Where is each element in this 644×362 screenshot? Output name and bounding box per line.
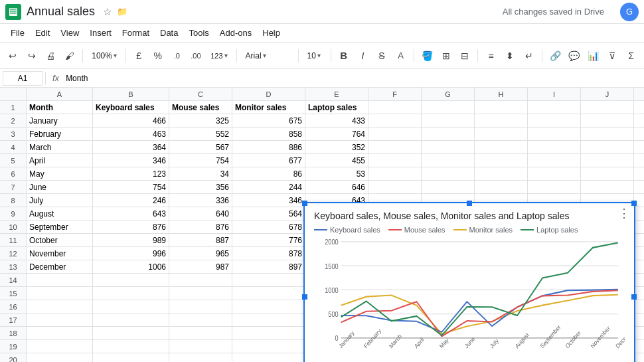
cell[interactable] [93,287,169,300]
cell[interactable] [528,141,581,153]
cell[interactable]: Mouse sales [169,101,232,114]
cell[interactable]: Monitor sales [232,101,305,114]
row-number[interactable]: 13 [0,260,27,273]
col-header-c[interactable]: C [169,88,232,101]
print-button[interactable]: 🖨 [42,46,60,65]
cell[interactable] [27,300,93,313]
cell[interactable]: 965 [169,247,232,260]
cell[interactable]: 989 [93,234,169,246]
cell[interactable] [422,101,475,114]
cell[interactable] [475,114,528,127]
borders-button[interactable]: ⊞ [437,46,455,65]
font-size-dropdown[interactable]: 10 ▾ [303,46,327,65]
cell[interactable]: 246 [93,194,169,207]
account-avatar[interactable]: G [620,3,639,21]
cell[interactable]: 53 [305,167,368,180]
col-header-a[interactable]: A [27,88,93,101]
cell[interactable] [634,340,644,353]
col-header-h[interactable]: H [475,88,528,101]
formula-input[interactable] [66,74,641,83]
cell[interactable] [475,167,528,180]
cell[interactable] [27,314,93,326]
cell[interactable]: March [27,141,93,153]
decimal-dec-button[interactable]: .0 [168,46,186,65]
cell[interactable]: 887 [169,234,232,246]
cell[interactable] [93,327,169,339]
redo-button[interactable]: ↪ [23,46,41,65]
cell[interactable] [368,114,422,127]
menu-insert[interactable]: Insert [84,25,117,41]
menu-format[interactable]: Format [117,25,155,41]
chart-container[interactable]: ⋮ Keyboard sales, Mouse sales, Monitor s… [303,202,635,362]
cell[interactable] [634,207,644,220]
currency-button[interactable]: £ [130,46,148,65]
col-header-k[interactable]: K [634,88,644,101]
resize-handle-mr[interactable] [631,294,637,300]
cell[interactable] [27,353,93,362]
resize-handle-ml[interactable] [302,294,307,300]
cell[interactable] [475,128,528,140]
cell[interactable] [581,114,634,127]
row-number[interactable]: 12 [0,247,27,260]
cell[interactable]: 346 [93,154,169,167]
cell[interactable] [368,141,422,153]
menu-help[interactable]: Help [257,25,285,41]
cell-reference[interactable] [3,71,42,86]
fill-color-button[interactable]: 🪣 [418,46,436,65]
cell[interactable]: 346 [232,194,305,207]
col-header-g[interactable]: G [422,88,475,101]
insert-comment-button[interactable]: 💬 [566,46,584,65]
cell[interactable] [169,274,232,286]
chart-menu-button[interactable]: ⋮ [618,207,630,219]
row-number[interactable]: 10 [0,221,27,233]
italic-button[interactable]: I [354,46,372,65]
merge-cells-button[interactable]: ⊟ [456,46,474,65]
cell[interactable]: February [27,128,93,140]
cell[interactable]: 336 [169,194,232,207]
cell[interactable]: Laptop sales [305,101,368,114]
row-number[interactable]: 20 [0,353,27,362]
cell[interactable] [528,154,581,167]
cell[interactable] [581,154,634,167]
row-number[interactable]: 7 [0,181,27,193]
decimal-inc-button[interactable]: .00 [187,46,205,65]
cell[interactable]: 433 [305,114,368,127]
cell[interactable]: 352 [305,141,368,153]
cell[interactable] [27,327,93,339]
resize-handle-tl[interactable] [302,201,307,206]
cell[interactable] [528,167,581,180]
cell[interactable] [93,300,169,313]
cell[interactable] [169,340,232,353]
cell[interactable]: 643 [93,207,169,220]
row-number[interactable]: 3 [0,128,27,140]
cell[interactable]: 764 [305,128,368,140]
cell[interactable]: 123 [93,167,169,180]
cell[interactable]: 86 [232,167,305,180]
row-number[interactable]: 16 [0,300,27,313]
cell[interactable]: 996 [93,247,169,260]
col-header-e[interactable]: E [305,88,368,101]
menu-tools[interactable]: Tools [183,25,214,41]
cell[interactable] [422,141,475,153]
function-button[interactable]: Σ [622,46,640,65]
cell[interactable] [634,274,644,286]
row-number[interactable]: 18 [0,327,27,339]
cell[interactable]: 754 [93,181,169,193]
resize-handle-tr[interactable] [631,201,637,206]
cell[interactable] [232,353,305,362]
cell[interactable]: June [27,181,93,193]
cell[interactable]: May [27,167,93,180]
cell[interactable]: August [27,207,93,220]
cell[interactable] [634,234,644,246]
zoom-dropdown[interactable]: 100% ▾ [87,46,121,65]
cell[interactable] [368,167,422,180]
cell[interactable] [528,128,581,140]
cell[interactable] [634,114,644,127]
cell[interactable] [422,128,475,140]
cell[interactable] [232,287,305,300]
cell[interactable] [232,274,305,286]
cell[interactable]: 776 [232,234,305,246]
row-number[interactable]: 2 [0,114,27,127]
cell[interactable] [169,314,232,326]
cell[interactable] [27,287,93,300]
